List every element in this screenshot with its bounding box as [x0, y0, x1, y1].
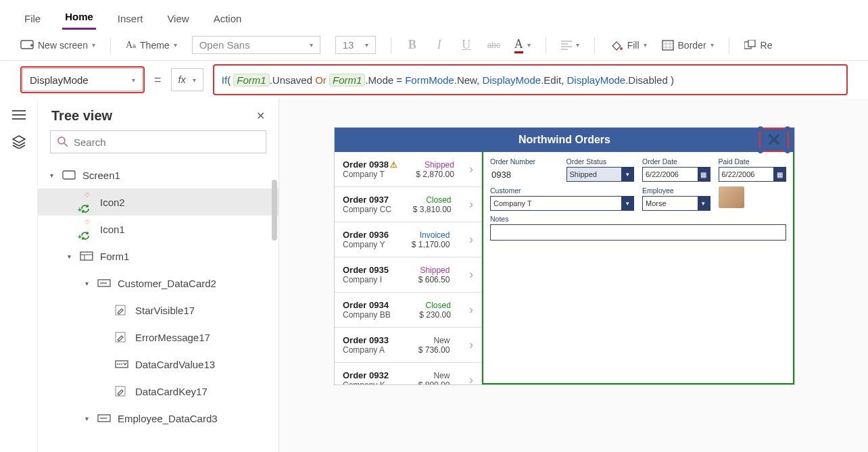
app-title: Northwind Orders — [519, 134, 610, 146]
new-screen-button[interactable]: New screen ▾ — [20, 40, 95, 51]
order-row[interactable]: Order 0936Company YInvoiced$ 1,170.00› — [335, 222, 481, 257]
search-box[interactable] — [50, 130, 266, 153]
tree-item-form1[interactable]: ▾Form1 — [38, 243, 279, 270]
customer-value: Company T — [493, 199, 532, 207]
chevron-down-icon: ▾ — [527, 41, 531, 49]
separator — [391, 37, 391, 53]
chevron-down-icon: ▾ — [365, 41, 368, 49]
fx-label: fx — [178, 74, 186, 85]
tree-item-icon1[interactable]: ♡+Icon1 — [38, 216, 279, 243]
field-order-status: Order Status Shipped ▾ — [566, 157, 635, 182]
tree-item-datacardkey17[interactable]: DataCardKey17 — [38, 378, 279, 405]
font-color-button[interactable]: A ▾ — [514, 37, 531, 53]
theme-button[interactable]: Aa Theme ▾ — [126, 40, 177, 51]
cancel-icon-highlight: ✕ — [759, 128, 789, 152]
customer-dropdown[interactable]: Company T ▾ — [490, 196, 634, 211]
sync-compound-icon: ♡+ — [80, 219, 95, 239]
order-date-label: Order Date — [642, 157, 710, 166]
paid-date-picker[interactable]: 6/22/2006 ▦ — [719, 167, 787, 182]
notes-input[interactable] — [490, 224, 786, 241]
tree-view-title: Tree view — [51, 108, 112, 124]
order-row[interactable]: Order 0934Company BBClosed$ 230.00› — [335, 293, 481, 328]
calendar-icon: ▦ — [698, 168, 710, 181]
tree-item-datacardvalue13[interactable]: DataCardValue13 — [38, 351, 279, 378]
order-date-value: 6/22/2006 — [646, 170, 679, 178]
layers-icon[interactable] — [11, 135, 26, 149]
close-icon[interactable]: ✕ — [256, 109, 265, 122]
order-amount: $ 736.00 — [418, 345, 450, 355]
chevron-right-icon: › — [469, 232, 473, 247]
tree-item-screen1[interactable]: ▾Screen1 — [38, 161, 279, 189]
menu-insert[interactable]: Insert — [115, 9, 146, 30]
property-dropdown[interactable]: DisplayMode ▾ — [22, 68, 143, 91]
order-row[interactable]: Order 0937Company CCClosed$ 3,810.00› — [335, 187, 481, 222]
align-icon — [561, 41, 572, 50]
order-status-dropdown[interactable]: Shipped ▾ — [566, 167, 635, 182]
tree-scrollbar[interactable] — [272, 180, 277, 315]
tree-items: ▾Screen1♡+Icon2♡+Icon1▾Form1▾Customer_Da… — [38, 161, 279, 452]
theme-icon: Aa — [126, 40, 136, 51]
border-icon — [662, 40, 674, 51]
search-input[interactable] — [74, 136, 259, 148]
dropdown-icon — [115, 360, 130, 368]
property-dropdown-highlight: DisplayMode ▾ — [20, 66, 145, 93]
italic-icon[interactable]: I — [433, 38, 445, 52]
bold-icon[interactable]: B — [406, 38, 418, 52]
fill-button[interactable]: Fill ▾ — [610, 39, 647, 51]
order-id: Order 0934 — [343, 300, 391, 310]
order-row[interactable]: Order 0932Company KNew$ 800.00› — [335, 363, 481, 384]
font-picker[interactable]: Open Sans ▾ — [192, 36, 320, 54]
tree-item-label: ErrorMessage17 — [135, 332, 210, 343]
order-status-label: Order Status — [566, 157, 635, 166]
align-button[interactable]: ▾ — [561, 41, 579, 50]
order-amount: $ 2,870.00 — [416, 170, 454, 179]
order-amount: $ 230.00 — [419, 310, 451, 320]
tree-item-label: Form1 — [100, 251, 129, 262]
hamburger-icon[interactable] — [12, 109, 26, 120]
order-date-picker[interactable]: 6/22/2006 ▦ — [642, 167, 710, 182]
orders-list[interactable]: Order 0938⚠Company TShipped$ 2,870.00›Or… — [335, 152, 482, 384]
order-amount: $ 800.00 — [418, 380, 450, 385]
new-screen-label: New screen — [38, 40, 88, 51]
order-status-value: Shipped — [570, 170, 597, 178]
employee-dropdown[interactable]: Morse ▾ — [642, 196, 710, 211]
order-form: Order Number 0938 Order Status Shipped ▾… — [482, 152, 794, 384]
font-size-picker[interactable]: 13 ▾ — [335, 36, 376, 54]
border-button[interactable]: Border ▾ — [662, 40, 714, 51]
card-icon — [97, 414, 112, 422]
order-row[interactable]: Order 0935Company IShipped$ 606.50› — [335, 257, 481, 293]
order-row[interactable]: Order 0933Company ANew$ 736.00› — [335, 328, 481, 363]
chevron-right-icon: › — [469, 162, 473, 176]
underline-icon[interactable]: U — [460, 38, 473, 52]
tree-item-errormessage17[interactable]: ErrorMessage17 — [38, 324, 279, 351]
menu-file[interactable]: File — [22, 9, 43, 30]
fill-label: Fill — [627, 40, 640, 51]
strikethrough-icon[interactable]: abc — [487, 41, 500, 50]
menu-home[interactable]: Home — [62, 7, 96, 30]
tree-item-icon2[interactable]: ♡+Icon2 — [38, 189, 279, 216]
order-row[interactable]: Order 0938⚠Company TShipped$ 2,870.00› — [335, 152, 481, 187]
form-icon — [80, 251, 95, 261]
order-status: Invoiced — [420, 230, 450, 240]
search-icon — [57, 136, 68, 147]
screen-icon — [20, 40, 34, 51]
employee-photo — [719, 186, 744, 208]
formula-input[interactable]: If( Form1.Unsaved Or Form1.Mode = FormMo… — [215, 66, 846, 93]
svg-point-14 — [121, 363, 122, 365]
font-name: Open Sans — [199, 39, 250, 51]
reorder-button[interactable]: Re — [744, 40, 773, 51]
canvas[interactable]: Northwind Orders ✕ Order 0938⚠Company TS… — [279, 99, 868, 452]
chevron-down-icon: ▾ — [310, 41, 313, 49]
tree-item-employee_datacard3[interactable]: ▾Employee_DataCard3 — [38, 405, 279, 432]
tree-item-starvisible17[interactable]: StarVisible17 — [38, 297, 279, 324]
fx-button[interactable]: fx ▾ — [171, 68, 203, 91]
order-company: Company I — [343, 275, 389, 284]
menu-action[interactable]: Action — [211, 9, 245, 30]
chevron-down-icon: ▾ — [92, 41, 95, 49]
menu-view[interactable]: View — [164, 9, 191, 30]
order-company: Company K — [343, 380, 389, 384]
order-company: Company BB — [343, 310, 391, 320]
twisty-icon: ▾ — [50, 172, 57, 179]
tree-item-label: Customer_DataCard2 — [118, 278, 216, 289]
tree-item-customer_datacard2[interactable]: ▾Customer_DataCard2 — [38, 270, 279, 297]
